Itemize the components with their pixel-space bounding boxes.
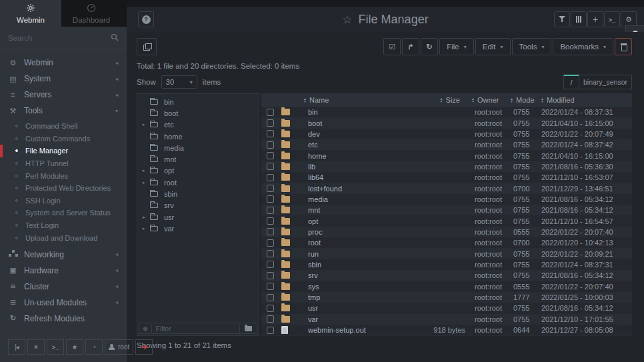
- file-name[interactable]: home: [301, 152, 376, 160]
- row-checkbox[interactable]: [267, 217, 274, 225]
- table-row[interactable]: etc root:root 0755 2022/01/24 - 08:37:42: [261, 139, 632, 150]
- tree-item[interactable]: home: [137, 131, 259, 142]
- toolbar-icon-button[interactable]: [421, 38, 438, 55]
- row-checkbox[interactable]: [267, 239, 274, 247]
- table-row[interactable]: media root:root 0755 2021/08/16 - 05:34:…: [261, 194, 632, 205]
- file-name[interactable]: var: [301, 315, 376, 323]
- file-name[interactable]: srv: [301, 271, 376, 279]
- table-row[interactable]: proc root:root 0555 2022/01/22 - 20:07:4…: [261, 227, 632, 237]
- submenu-item[interactable]: Command Shell: [0, 120, 127, 133]
- tree-item[interactable]: etc: [137, 119, 259, 131]
- expand-arrow-icon[interactable]: [143, 215, 150, 220]
- sidebar-menu-item[interactable]: Un-used Modules: [0, 295, 127, 311]
- row-checkbox[interactable]: [267, 261, 274, 268]
- row-checkbox[interactable]: [267, 174, 274, 181]
- search-input[interactable]: [8, 34, 111, 42]
- table-row[interactable]: webmin-setup.out 918 bytes root:root 064…: [261, 325, 632, 335]
- file-name[interactable]: proc: [301, 228, 376, 236]
- row-checkbox[interactable]: [267, 163, 274, 170]
- submenu-item[interactable]: HTTP Tunnel: [0, 157, 127, 170]
- header-button[interactable]: [571, 11, 587, 27]
- tree-item[interactable]: sbin: [137, 188, 259, 199]
- tree-item[interactable]: opt: [137, 165, 259, 177]
- row-checkbox[interactable]: [267, 152, 274, 159]
- expand-arrow-icon[interactable]: [143, 168, 150, 173]
- tree-item[interactable]: boot: [137, 107, 259, 119]
- table-row[interactable]: root root:root 0700 2022/01/20 - 10:42:1…: [261, 237, 632, 248]
- submenu-item[interactable]: File Manager: [0, 145, 127, 157]
- tab-webmin[interactable]: Webmin: [0, 0, 61, 27]
- row-checkbox[interactable]: [267, 228, 274, 235]
- favorite-star-icon[interactable]: ☆: [342, 13, 352, 27]
- table-row[interactable]: srv root:root 0755 2021/08/16 - 05:34:12: [261, 270, 632, 281]
- row-checkbox[interactable]: [267, 141, 274, 149]
- table-row[interactable]: var root:root 0755 2021/12/10 - 17:01:55: [261, 314, 632, 325]
- tree-item[interactable]: mnt: [137, 153, 259, 165]
- column-header-modified[interactable]: Modified: [539, 96, 632, 104]
- column-header-owner[interactable]: Owner: [469, 96, 508, 104]
- folder-filter-button[interactable]: [240, 326, 257, 331]
- sidebar-footer-button[interactable]: [66, 339, 83, 355]
- sidebar-menu-item[interactable]: Servers: [0, 87, 127, 103]
- table-row[interactable]: lib root:root 0755 2021/08/16 - 05:36:30: [261, 161, 632, 172]
- file-name[interactable]: root: [301, 239, 376, 247]
- row-checkbox[interactable]: [267, 250, 274, 257]
- file-name[interactable]: run: [301, 250, 376, 258]
- table-row[interactable]: tmp root:root 1777 2022/01/25 - 10:00:03: [261, 292, 632, 303]
- toolbar-icon-button[interactable]: [383, 38, 401, 55]
- help-button[interactable]: ?: [138, 11, 154, 27]
- file-name[interactable]: boot: [301, 119, 376, 127]
- file-name[interactable]: usr: [301, 304, 376, 312]
- expand-arrow-icon[interactable]: [143, 180, 150, 185]
- toolbar-menu-button[interactable]: File ▾: [439, 38, 474, 55]
- column-header-mode[interactable]: Mode: [508, 96, 539, 104]
- expand-arrow-icon[interactable]: [143, 226, 150, 231]
- row-checkbox[interactable]: [267, 305, 274, 312]
- row-checkbox[interactable]: [267, 119, 274, 127]
- row-checkbox[interactable]: [267, 283, 274, 290]
- submenu-item[interactable]: SSH Login: [0, 195, 127, 207]
- table-row[interactable]: lost+found root:root 0700 2021/12/29 - 1…: [261, 183, 632, 193]
- file-name[interactable]: lib64: [301, 173, 376, 181]
- filter-input[interactable]: Filter: [152, 325, 239, 333]
- trash-button[interactable]: [615, 38, 632, 55]
- table-row[interactable]: run root:root 0755 2022/01/22 - 20:09:21: [261, 248, 632, 259]
- page-size-select[interactable]: 30 ▾: [161, 75, 197, 89]
- sidebar-footer-button[interactable]: [85, 339, 103, 355]
- toolbar-menu-button[interactable]: Tools ▾: [512, 38, 552, 55]
- toolbar-icon-button[interactable]: [402, 38, 419, 55]
- submenu-item[interactable]: Protected Web Directories: [0, 182, 127, 195]
- row-checkbox[interactable]: [267, 109, 274, 116]
- table-row[interactable]: home root:root 0755 2021/04/10 - 16:15:0…: [261, 150, 632, 161]
- row-checkbox[interactable]: [267, 294, 274, 301]
- submenu-item[interactable]: System and Server Status: [0, 207, 127, 219]
- tab-dashboard[interactable]: Dashboard: [61, 0, 121, 27]
- toolbar-menu-button[interactable]: Bookmarks ▾: [553, 38, 613, 55]
- column-header-size[interactable]: Size: [376, 96, 469, 104]
- row-checkbox[interactable]: [267, 207, 274, 214]
- header-button[interactable]: [587, 11, 603, 27]
- tree-item[interactable]: media: [137, 142, 259, 153]
- table-row[interactable]: boot root:root 0755 2021/04/10 - 16:15:0…: [261, 117, 632, 128]
- row-checkbox[interactable]: [267, 272, 274, 279]
- submenu-item[interactable]: Text Login: [0, 219, 127, 232]
- sidebar-footer-button[interactable]: [8, 339, 25, 355]
- tree-item[interactable]: root: [137, 177, 259, 188]
- sidebar-menu-item[interactable]: System: [0, 71, 127, 87]
- row-checkbox[interactable]: [267, 195, 274, 203]
- submenu-item[interactable]: Upload and Download: [0, 231, 127, 244]
- table-row[interactable]: mnt root:root 0755 2021/08/16 - 05:34:12: [261, 205, 632, 215]
- expand-arrow-icon[interactable]: [143, 122, 150, 127]
- file-name[interactable]: sys: [301, 283, 376, 291]
- header-button[interactable]: [554, 11, 570, 27]
- table-row[interactable]: opt root:root 0755 2021/12/10 - 16:54:57: [261, 215, 632, 226]
- row-checkbox[interactable]: [267, 130, 274, 137]
- sidebar-footer-button[interactable]: [27, 339, 45, 355]
- sidebar-menu-item[interactable]: Networking: [0, 247, 127, 263]
- sidebar-menu-item[interactable]: Cluster: [0, 279, 127, 295]
- sidebar-menu-item[interactable]: Hardware: [0, 263, 127, 279]
- tree-item[interactable]: usr: [137, 211, 259, 223]
- file-name[interactable]: lib: [301, 163, 376, 171]
- file-name[interactable]: mnt: [301, 206, 376, 214]
- file-name[interactable]: opt: [301, 217, 376, 225]
